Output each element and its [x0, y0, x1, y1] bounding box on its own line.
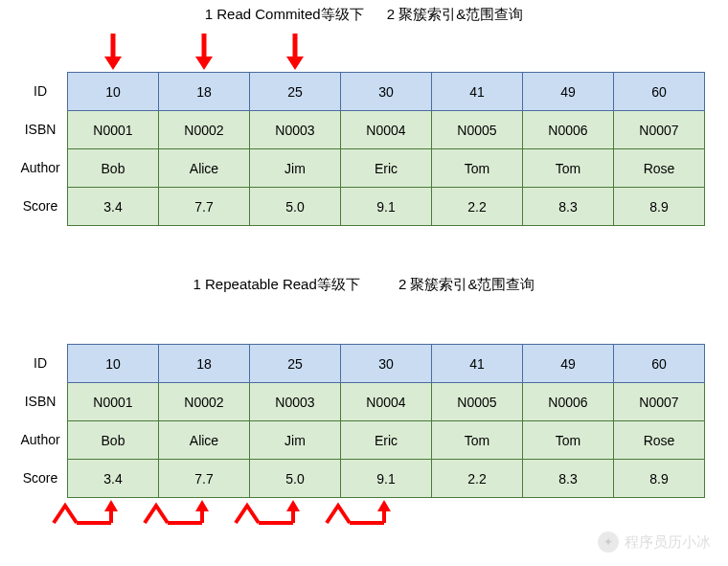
table1-row-isbn: N0001N0002N0003N0004N0005N0006N0007	[68, 111, 705, 149]
cell: 60	[614, 73, 705, 111]
section2-title: 1 Repeatable Read等级下 2 聚簇索引&范围查询	[0, 270, 728, 300]
cell: 7.7	[159, 188, 250, 226]
cell: N0005	[432, 111, 523, 149]
row-label-id: ID	[13, 72, 67, 110]
row-label-author: Author	[13, 148, 67, 187]
table1-grid: 10182530414960 N0001N0002N0003N0004N0005…	[67, 72, 705, 226]
table2-grid: 10182530414960 N0001N0002N0003N0004N0005…	[67, 344, 705, 498]
cell: Tom	[432, 421, 523, 460]
row-label-isbn: ISBN	[13, 110, 67, 148]
gap-lock-arrow-icon	[230, 500, 316, 535]
cell: Eric	[341, 149, 432, 188]
section1-title-a: 1 Read Commited等级下	[205, 6, 364, 22]
table2-row-score: 3.47.75.09.12.28.38.9	[68, 460, 705, 498]
gap-lock-arrow-icon	[321, 500, 407, 535]
cell: N0004	[341, 383, 432, 421]
cell: 8.3	[523, 460, 614, 498]
table2: ID ISBN Author Score 10182530414960 N000…	[13, 344, 728, 498]
cell: 8.9	[614, 460, 705, 498]
cell: N0003	[250, 111, 341, 149]
record-lock-arrows	[67, 30, 728, 72]
table2-row-id: 10182530414960	[68, 345, 705, 383]
cell: 7.7	[159, 460, 250, 498]
table2-row-isbn: N0001N0002N0003N0004N0005N0006N0007	[68, 383, 705, 421]
cell: Rose	[614, 421, 705, 460]
section-read-committed: 1 Read Commited等级下 2 聚簇索引&范围查询 ID ISBN A…	[0, 0, 728, 226]
cell: Tom	[523, 421, 614, 460]
cell: 8.9	[614, 188, 705, 226]
cell: N0001	[68, 111, 159, 149]
cell: 30	[341, 73, 432, 111]
row-label-score: Score	[13, 187, 67, 225]
table2-row-labels: ID ISBN Author Score	[13, 344, 67, 498]
cell: 60	[614, 345, 705, 383]
cell: N0007	[614, 383, 705, 421]
cell: N0007	[614, 111, 705, 149]
table1: ID ISBN Author Score 10182530414960 N000…	[13, 72, 728, 226]
cell: Alice	[159, 421, 250, 460]
cell: 10	[68, 345, 159, 383]
cell: N0006	[523, 383, 614, 421]
cell: Bob	[68, 149, 159, 188]
cell: Bob	[68, 421, 159, 460]
cell: N0005	[432, 383, 523, 421]
watermark-text: 程序员历小冰	[625, 533, 711, 552]
cell: N0006	[523, 111, 614, 149]
arrow-down-icon	[158, 32, 249, 70]
cell: 9.1	[341, 460, 432, 498]
cell: 2.2	[432, 460, 523, 498]
cell: N0003	[250, 383, 341, 421]
svg-marker-5	[286, 57, 304, 70]
table1-row-author: BobAliceJimEricTomTomRose	[68, 149, 705, 188]
row-label-id: ID	[13, 344, 67, 382]
cell: 41	[432, 345, 523, 383]
section1-title: 1 Read Commited等级下 2 聚簇索引&范围查询	[0, 0, 728, 30]
svg-marker-11	[195, 500, 209, 511]
wechat-icon: ✦	[598, 532, 619, 553]
section2-title-a: 1 Repeatable Read等级下	[193, 276, 360, 292]
cell: 8.3	[523, 188, 614, 226]
cell: 18	[159, 73, 250, 111]
cell: Rose	[614, 149, 705, 188]
cell: 5.0	[250, 188, 341, 226]
cell: 18	[159, 345, 250, 383]
svg-marker-14	[286, 500, 300, 511]
section2-title-b: 2 聚簇索引&范围查询	[398, 276, 535, 292]
cell: N0002	[159, 111, 250, 149]
cell: Eric	[341, 421, 432, 460]
watermark: ✦ 程序员历小冰	[598, 532, 711, 553]
cell: 10	[68, 73, 159, 111]
arrow-down-icon	[67, 32, 158, 70]
section1-title-b: 2 聚簇索引&范围查询	[387, 6, 524, 22]
cell: N0001	[68, 383, 159, 421]
cell: 3.4	[68, 460, 159, 498]
table2-row-author: BobAliceJimEricTomTomRose	[68, 421, 705, 460]
svg-marker-3	[195, 57, 213, 70]
cell: 49	[523, 345, 614, 383]
row-label-author: Author	[13, 420, 67, 459]
cell: 49	[523, 73, 614, 111]
gap-lock-arrow-icon	[48, 500, 134, 535]
svg-marker-17	[377, 500, 391, 511]
table1-row-id: 10182530414960	[68, 73, 705, 111]
cell: Jim	[250, 149, 341, 188]
cell: 2.2	[432, 188, 523, 226]
row-label-score: Score	[13, 459, 67, 497]
cell: 9.1	[341, 188, 432, 226]
gap-lock-arrow-icon	[139, 500, 225, 535]
cell: N0004	[341, 111, 432, 149]
section-repeatable-read: 1 Repeatable Read等级下 2 聚簇索引&范围查询 ID ISBN…	[0, 270, 728, 538]
svg-marker-1	[104, 57, 122, 70]
cell: N0002	[159, 383, 250, 421]
table1-row-labels: ID ISBN Author Score	[13, 72, 67, 226]
cell: Jim	[250, 421, 341, 460]
row-label-isbn: ISBN	[13, 382, 67, 420]
cell: 5.0	[250, 460, 341, 498]
cell: Alice	[159, 149, 250, 188]
cell: 3.4	[68, 188, 159, 226]
arrow-down-icon	[249, 32, 340, 70]
table1-row-score: 3.47.75.09.12.28.38.9	[68, 188, 705, 226]
cell: 41	[432, 73, 523, 111]
cell: Tom	[523, 149, 614, 188]
cell: 30	[341, 345, 432, 383]
